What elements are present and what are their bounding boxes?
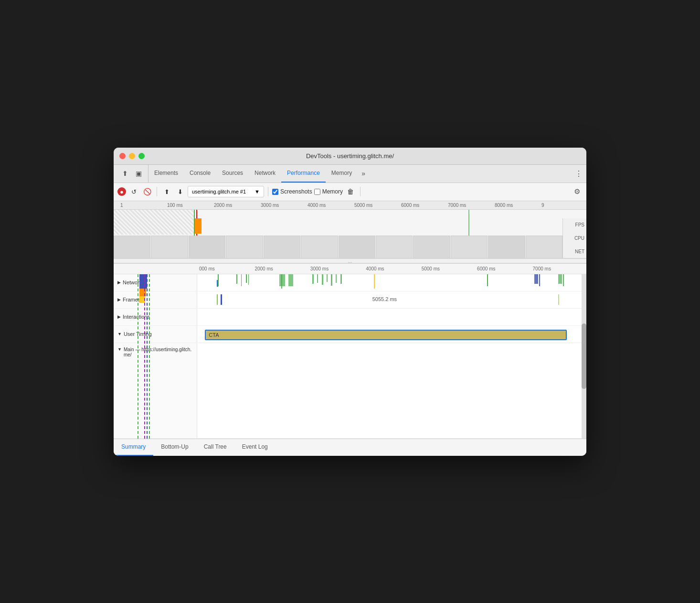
timeline-overview[interactable]: 1 100 ms 2000 ms 3000 ms 4000 ms 5000 ms… — [114, 201, 586, 258]
green-mid-6 — [336, 274, 337, 283]
traffic-lights — [119, 153, 145, 159]
tab-performance[interactable]: Performance — [281, 165, 326, 183]
screenshot-3 — [189, 236, 225, 258]
screenshot-4 — [226, 236, 263, 258]
screenshots-strip — [114, 236, 562, 258]
tab-elements[interactable]: Elements — [148, 165, 184, 183]
clear-button[interactable]: 🚫 — [141, 186, 153, 197]
toolbar-separator-1 — [157, 187, 157, 196]
devtools-menu-button[interactable]: ⋮ — [573, 168, 584, 179]
ruler2-7000: 7000 ms — [531, 266, 586, 271]
minimize-button[interactable] — [129, 153, 135, 159]
screenshot-8 — [376, 236, 413, 258]
green-tick-3 — [241, 274, 242, 286]
timeline-tracks: ▶ Network ▶ Frames s — [114, 274, 586, 439]
green-cluster-3 — [288, 274, 293, 286]
tab-sources[interactable]: Sources — [216, 165, 249, 183]
ruler2-0: 000 ms — [197, 266, 253, 271]
dashed-line-green2 — [149, 274, 150, 439]
ruler-mark-6000: 6000 ms — [399, 203, 446, 208]
device-icon[interactable]: ▣ — [133, 168, 144, 179]
green-mid-7 — [340, 274, 342, 284]
tab-event-log[interactable]: Event Log — [234, 439, 276, 456]
ruler-mark-8000: 8000 ms — [493, 203, 540, 208]
green-mid-2 — [317, 274, 318, 283]
ruler-mark-4000: 4000 ms — [306, 203, 352, 208]
record-button[interactable]: ● — [117, 187, 126, 196]
toolbar-right: ⚙ — [571, 186, 583, 197]
ruler-mark-0: 1 — [118, 203, 165, 208]
screenshot-9 — [413, 236, 450, 258]
tab-summary[interactable]: Summary — [114, 439, 153, 456]
dashed-line-purple — [144, 274, 145, 439]
ruler-mark-9000: 9 — [540, 203, 586, 208]
overview-content: FPS CPU NET ▲ ▲ ▲ — [114, 210, 586, 258]
green-mid-5 — [331, 274, 332, 286]
tab-memory[interactable]: Memory — [326, 165, 358, 183]
fps-label: FPS — [575, 222, 584, 227]
orange-block — [195, 218, 202, 234]
blue-right-1 — [534, 274, 538, 284]
selection-hatching — [114, 210, 194, 235]
profile-selector[interactable]: usertiming.glitch.me #1 ▼ — [188, 186, 264, 197]
ruler-mark-7000: 7000 ms — [446, 203, 493, 208]
memory-label[interactable]: Memory — [314, 188, 343, 195]
ruler2-5000: 5000 ms — [420, 266, 475, 271]
screenshot-12 — [526, 236, 562, 258]
screenshot-10 — [451, 236, 488, 258]
screenshots-label[interactable]: Screenshots — [272, 188, 312, 195]
settings-button[interactable]: ⚙ — [571, 186, 583, 197]
ruler-mark-3000: 3000 ms — [259, 203, 306, 208]
devtools-tab-bar: ⬆ ▣ Elements Console Sources Network Per… — [114, 165, 586, 183]
cpu-label: CPU — [574, 236, 584, 241]
green-mid-1 — [312, 274, 314, 284]
net-label: NET — [575, 249, 584, 254]
screenshot-11 — [488, 236, 525, 258]
ruler2-2000: 2000 ms — [253, 266, 308, 271]
download-button[interactable]: ⬇ — [174, 186, 186, 197]
green-right-1 — [487, 274, 488, 286]
reload-profile-button[interactable]: ↺ — [128, 186, 139, 197]
screenshot-1 — [114, 236, 150, 258]
performance-toolbar: ● ↺ 🚫 ⬆ ⬇ usertiming.glitch.me #1 ▼ Scre… — [114, 183, 586, 201]
tab-console[interactable]: Console — [184, 165, 216, 183]
title-bar: DevTools - usertiming.glitch.me/ — [114, 148, 586, 165]
delete-profile-button[interactable]: 🗑 — [345, 186, 356, 197]
maximize-button[interactable] — [138, 153, 145, 159]
memory-checkbox[interactable] — [314, 189, 320, 195]
main-blue-block — [139, 274, 147, 289]
ruler-mark-2000: 2000 ms — [212, 203, 259, 208]
blue-right-2 — [539, 274, 540, 286]
ruler-mark-100: 100 ms — [165, 203, 212, 208]
screenshot-2 — [151, 236, 188, 258]
toolbar-separator-3 — [360, 187, 361, 196]
cursor-icon[interactable]: ⬆ — [119, 168, 131, 179]
overview-ruler: 1 100 ms 2000 ms 3000 ms 4000 ms 5000 ms… — [114, 201, 586, 210]
ruler2-3000: 3000 ms — [308, 266, 364, 271]
devtools-window: DevTools - usertiming.glitch.me/ ⬆ ▣ Ele… — [114, 148, 586, 456]
timeline-main: 000 ms 2000 ms 3000 ms 4000 ms 5000 ms 6… — [114, 263, 586, 439]
timeline-ruler: 000 ms 2000 ms 3000 ms 4000 ms 5000 ms 6… — [114, 264, 586, 274]
screenshots-checkbox[interactable] — [272, 189, 278, 195]
green-cluster-2 — [281, 274, 282, 289]
timeline-scrollbar[interactable] — [582, 274, 586, 439]
green-right-2 — [558, 274, 562, 284]
yellow-line-1 — [374, 274, 375, 289]
green-right-3 — [563, 274, 564, 286]
close-button[interactable] — [119, 153, 126, 159]
resize-handle[interactable]: ... — [114, 258, 586, 263]
main-content[interactable] — [114, 274, 586, 439]
green-tick-1 — [218, 274, 219, 286]
tab-call-tree[interactable]: Call Tree — [196, 439, 234, 456]
window-title: DevTools - usertiming.glitch.me/ — [306, 152, 394, 160]
tab-bottom-up[interactable]: Bottom-Up — [153, 439, 196, 456]
green-tick-2 — [236, 274, 237, 284]
tab-more-button[interactable]: » — [358, 170, 369, 177]
green-tick-5 — [248, 274, 249, 285]
upload-button[interactable]: ⬆ — [161, 186, 172, 197]
ruler2-4000: 4000 ms — [364, 266, 419, 271]
scrollbar-thumb[interactable] — [582, 323, 586, 389]
screenshot-5 — [264, 236, 300, 258]
tab-network[interactable]: Network — [249, 165, 281, 183]
fps-cpu-net-panel: FPS CPU NET — [562, 218, 586, 258]
